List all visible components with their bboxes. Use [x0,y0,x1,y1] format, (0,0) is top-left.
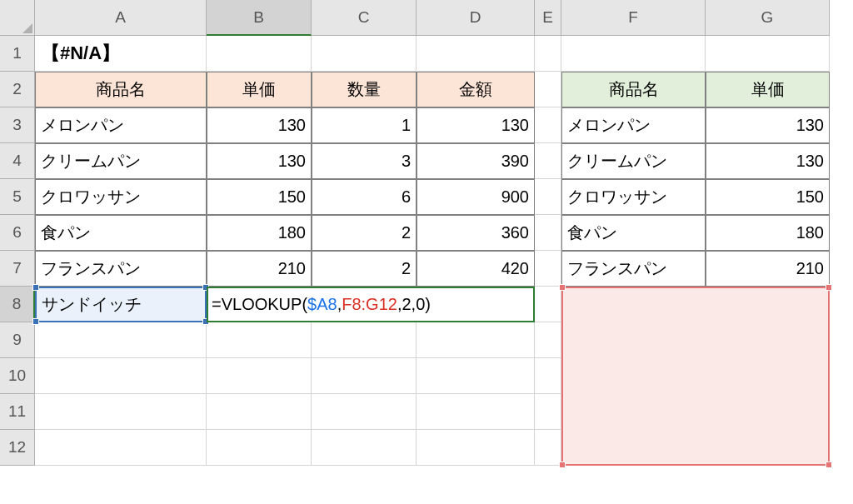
cell-G10-ref[interactable] [706,358,830,394]
cell-F1[interactable] [561,36,706,72]
cell-D3[interactable]: 130 [417,107,535,143]
cell-D1[interactable] [417,36,535,72]
cell-D10[interactable] [417,358,535,394]
cell-E2[interactable] [535,72,561,107]
table1-header-name[interactable]: 商品名 [35,72,207,107]
cell-F7[interactable]: フランスパン [561,251,706,287]
table1-header-price[interactable]: 単価 [207,72,312,107]
cell-G8-ref[interactable] [706,287,830,322]
cell-G9-ref[interactable] [706,322,830,358]
col-header-E[interactable]: E [535,0,561,36]
cell-G3[interactable]: 130 [706,107,830,143]
cell-F10-ref[interactable] [561,358,706,394]
cell-E6[interactable] [535,215,561,251]
selection-handle-icon[interactable] [559,284,566,291]
row-header-7[interactable]: 7 [0,251,35,287]
cell-G5[interactable]: 150 [706,179,830,215]
selection-handle-icon[interactable] [559,462,566,468]
table1-header-amount[interactable]: 金額 [417,72,535,107]
col-header-G[interactable]: G [706,0,830,36]
cell-D5[interactable]: 900 [417,179,535,215]
cell-B8-formula-editor[interactable]: =VLOOKUP($A8,F8:G12,2,0) [207,287,535,322]
cell-F8-ref[interactable] [561,287,706,322]
row-header-4[interactable]: 4 [0,143,35,179]
cell-B4[interactable]: 130 [207,143,312,179]
cell-D12[interactable] [417,430,535,466]
cell-E8[interactable] [535,287,561,322]
cell-E5[interactable] [535,179,561,215]
cell-B12[interactable] [207,430,312,466]
cell-C10[interactable] [312,358,417,394]
row-header-10[interactable]: 10 [0,358,35,394]
cell-G1[interactable] [706,36,830,72]
cell-G6[interactable]: 180 [706,215,830,251]
cell-B3[interactable]: 130 [207,107,312,143]
cell-A9[interactable] [35,322,207,358]
row-header-2[interactable]: 2 [0,72,35,107]
selection-handle-icon[interactable] [826,284,832,291]
cell-B6[interactable]: 180 [207,215,312,251]
row-header-12[interactable]: 12 [0,430,35,466]
selection-handle-icon[interactable] [32,284,39,291]
row-header-1[interactable]: 1 [0,36,35,72]
col-header-F[interactable]: F [561,0,706,36]
row-header-3[interactable]: 3 [0,107,35,143]
cell-E1[interactable] [535,36,561,72]
cell-G7[interactable]: 210 [706,251,830,287]
cell-A3[interactable]: メロンパン [35,107,207,143]
row-header-6[interactable]: 6 [0,215,35,251]
col-header-C[interactable]: C [312,0,417,36]
cell-C3[interactable]: 1 [312,107,417,143]
cell-A6[interactable]: 食パン [35,215,207,251]
cell-B10[interactable] [207,358,312,394]
cell-F3[interactable]: メロンパン [561,107,706,143]
table2-header-price[interactable]: 単価 [706,72,830,107]
cell-F11-ref[interactable] [561,394,706,430]
title-cell[interactable]: 【#N/A】 [35,36,207,72]
cell-E12[interactable] [535,430,561,466]
cell-B11[interactable] [207,394,312,430]
cell-C6[interactable]: 2 [312,215,417,251]
cell-A4[interactable]: クリームパン [35,143,207,179]
cell-E9[interactable] [535,322,561,358]
cell-F12-ref[interactable] [561,430,706,466]
cell-G4[interactable]: 130 [706,143,830,179]
cell-A11[interactable] [35,394,207,430]
table2-header-name[interactable]: 商品名 [561,72,706,107]
row-header-5[interactable]: 5 [0,179,35,215]
cell-A8-lookup-arg[interactable]: サンドイッチ [35,287,207,322]
cell-D9[interactable] [417,322,535,358]
cell-F9-ref[interactable] [561,322,706,358]
cell-E10[interactable] [535,358,561,394]
row-header-11[interactable]: 11 [0,394,35,430]
cell-E4[interactable] [535,143,561,179]
cell-B5[interactable]: 150 [207,179,312,215]
cell-C12[interactable] [312,430,417,466]
cell-C9[interactable] [312,322,417,358]
cell-C1[interactable] [312,36,417,72]
col-header-A[interactable]: A [35,0,207,36]
cell-B1[interactable] [207,36,312,72]
cell-A10[interactable] [35,358,207,394]
spreadsheet-grid[interactable]: A B C D E F G 1 【#N/A】 2 商品名 単価 数量 金額 商品… [0,0,853,466]
table1-header-qty[interactable]: 数量 [312,72,417,107]
cell-B7[interactable]: 210 [207,251,312,287]
cell-C5[interactable]: 6 [312,179,417,215]
row-header-8[interactable]: 8 [0,287,35,322]
cell-D11[interactable] [417,394,535,430]
cell-E7[interactable] [535,251,561,287]
cell-C4[interactable]: 3 [312,143,417,179]
cell-G11-ref[interactable] [706,394,830,430]
col-header-B[interactable]: B [207,0,312,36]
cell-G12-ref[interactable] [706,430,830,466]
cell-A12[interactable] [35,430,207,466]
cell-D4[interactable]: 390 [417,143,535,179]
selection-handle-icon[interactable] [826,462,832,468]
selection-handle-icon[interactable] [32,318,39,325]
cell-F5[interactable]: クロワッサン [561,179,706,215]
cell-D6[interactable]: 360 [417,215,535,251]
col-header-D[interactable]: D [417,0,535,36]
cell-C11[interactable] [312,394,417,430]
cell-F4[interactable]: クリームパン [561,143,706,179]
row-header-9[interactable]: 9 [0,322,35,358]
